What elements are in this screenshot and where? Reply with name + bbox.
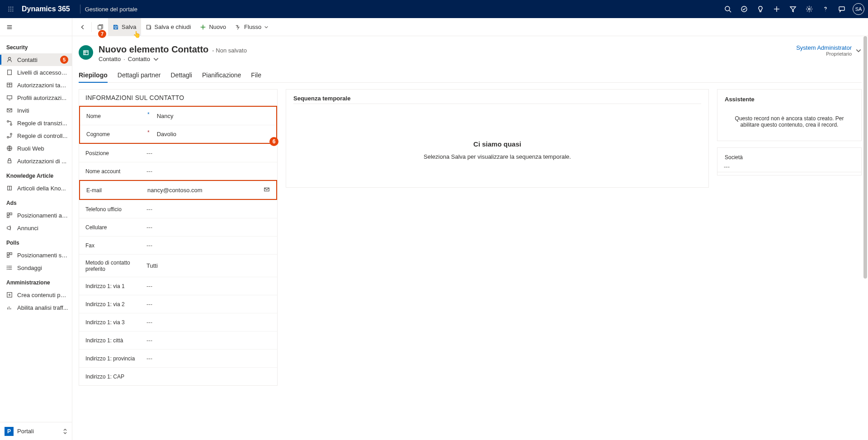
nav-area-switcher[interactable]: P Portali xyxy=(0,422,72,440)
field-citta[interactable]: Indirizzo 1: città--- xyxy=(79,331,277,349)
user-avatar[interactable]: SA xyxy=(853,3,864,15)
nav-item-posiz-ann[interactable]: Posizionamenti an... xyxy=(0,209,72,222)
lightbulb-icon[interactable] xyxy=(753,2,768,16)
bc-entity: Contatto xyxy=(99,56,121,62)
field-value: --- xyxy=(146,150,152,156)
brand-label[interactable]: Dynamics 365 xyxy=(22,5,70,13)
top-header: Dynamics 365 Gestione del portale SA xyxy=(0,0,868,18)
field-value: Nancy xyxy=(157,113,174,119)
nav-item-articoli[interactable]: Articoli della Kno... xyxy=(0,182,72,194)
nav-item-inviti[interactable]: Inviti xyxy=(0,104,72,117)
nav-item-controllo[interactable]: Regole di controll... xyxy=(0,129,72,142)
grid-icon xyxy=(5,212,14,218)
tab-riepilogo[interactable]: Riepilogo xyxy=(79,69,108,82)
search-icon[interactable] xyxy=(721,2,735,16)
nav-item-contatti[interactable]: Contatti 5 xyxy=(0,53,72,66)
field-label: Cellulare xyxy=(85,224,144,231)
task-icon[interactable] xyxy=(737,2,751,16)
nav-item-annunci[interactable]: Annunci xyxy=(0,222,72,234)
field-posizione[interactable]: Posizione --- xyxy=(79,144,277,162)
field-cap[interactable]: Indirizzo 1: CAP xyxy=(79,367,277,385)
field-value: --- xyxy=(146,319,152,326)
svg-line-10 xyxy=(729,10,731,12)
plus-square-icon xyxy=(5,292,14,298)
svg-rect-37 xyxy=(7,253,9,255)
nav-item-transizione[interactable]: Regole di transizi... xyxy=(0,117,72,129)
new-tab-button[interactable]: 7 xyxy=(93,18,108,36)
nav-label: Sondaggi xyxy=(17,265,68,271)
timeline-title: Sequenza temporale xyxy=(293,95,701,102)
nav-item-sondaggi[interactable]: Sondaggi xyxy=(0,261,72,274)
svg-rect-39 xyxy=(7,255,9,257)
new-button[interactable]: Nuovo xyxy=(195,18,231,36)
field-account[interactable]: Nome account --- xyxy=(79,162,277,180)
record-title: Nuovo elemento Contatto xyxy=(99,44,208,55)
flow-icon xyxy=(5,120,14,126)
nav-label: Livelli di accesso a... xyxy=(17,69,68,76)
chat-icon[interactable] xyxy=(835,2,849,16)
svg-rect-53 xyxy=(114,25,116,26)
nav-item-autorizzazioni-di[interactable]: Autorizzazioni di ... xyxy=(0,155,72,167)
area-label: Portali xyxy=(17,428,34,435)
field-metodo[interactable]: Metodo di contatto preferitoTutti xyxy=(79,254,277,277)
back-button[interactable] xyxy=(75,18,90,36)
flow-button[interactable]: Flusso xyxy=(231,18,273,36)
field-via3[interactable]: Indirizzo 1: via 3--- xyxy=(79,313,277,331)
nav-item-profili[interactable]: Profili autorizzazi... xyxy=(0,91,72,104)
save-close-button[interactable]: Salva e chiudi xyxy=(141,18,196,36)
tab-file[interactable]: File xyxy=(251,69,261,82)
list-icon xyxy=(5,265,14,271)
table-icon xyxy=(5,82,14,88)
plus-icon[interactable] xyxy=(769,2,784,16)
nav-label: Autorizzazioni di ... xyxy=(17,158,68,165)
field-fax[interactable]: Fax--- xyxy=(79,236,277,254)
nav-item-posiz-so[interactable]: Posizionamenti so... xyxy=(0,249,72,261)
tab-dettagli[interactable]: Dettagli xyxy=(171,69,192,82)
app-launcher-icon[interactable] xyxy=(4,2,18,16)
field-via2[interactable]: Indirizzo 1: via 2--- xyxy=(79,295,277,313)
field-email[interactable]: E-mail nancy@contoso.com xyxy=(80,181,276,199)
owner-label: Proprietario xyxy=(796,51,852,57)
nav-item-analisi[interactable]: Abilita analisi traff... xyxy=(0,301,72,314)
new-label: Nuovo xyxy=(209,24,226,30)
svg-point-28 xyxy=(7,121,9,123)
form-tabs: Riepilogo Dettagli partner Dettagli Pian… xyxy=(79,65,862,83)
field-provincia[interactable]: Indirizzo 1: provincia--- xyxy=(79,349,277,367)
owner-name[interactable]: System Administrator xyxy=(796,44,852,51)
field-via1[interactable]: Indirizzo 1: via 1--- xyxy=(79,277,277,295)
chevron-down-icon[interactable] xyxy=(855,47,862,54)
nav-item-crea[interactable]: Crea contenuti po... xyxy=(0,289,72,301)
tab-dettagli-partner[interactable]: Dettagli partner xyxy=(118,69,161,82)
command-bar: 7 Salva 👆 Salva e chiudi Nuovo Flusso xyxy=(72,18,868,36)
svg-point-9 xyxy=(725,6,730,11)
field-value: --- xyxy=(146,355,152,362)
mail-action-icon[interactable] xyxy=(264,186,270,194)
tab-pianificazione[interactable]: Pianificazione xyxy=(202,69,241,82)
nav-group-security: Security xyxy=(0,39,72,53)
nav-item-autorizzazioni-tab[interactable]: Autorizzazioni tab... xyxy=(0,79,72,91)
timeline-subtext: Seleziona Salva per visualizzare la sequ… xyxy=(293,153,701,160)
field-cognome[interactable]: Cognome * Davolio xyxy=(80,125,276,143)
field-nome[interactable]: Nome * Nancy xyxy=(80,107,276,125)
help-icon[interactable] xyxy=(818,2,833,16)
save-button[interactable]: Salva 👆 xyxy=(108,18,141,36)
breadcrumb: Contatto · Contatto xyxy=(99,56,796,62)
nav-group-knowledge: Knowledge Article xyxy=(0,167,72,182)
society-value[interactable]: --- xyxy=(717,161,861,172)
megaphone-icon xyxy=(5,225,14,231)
scrollbar[interactable] xyxy=(863,36,867,440)
record-header: Nuovo elemento Contatto - Non salvato Co… xyxy=(79,40,862,63)
society-card: Società --- xyxy=(717,147,862,175)
field-telefono[interactable]: Telefono ufficio--- xyxy=(79,200,277,218)
nav-item-livelli[interactable]: Livelli di accesso a... xyxy=(0,66,72,79)
globe-icon xyxy=(5,145,14,151)
gear-icon[interactable] xyxy=(802,2,816,16)
annotation-box-email: E-mail nancy@contoso.com xyxy=(79,180,277,200)
bc-form[interactable]: Contatto xyxy=(128,56,150,62)
nav-collapse-button[interactable] xyxy=(0,18,72,36)
field-cellulare[interactable]: Cellulare--- xyxy=(79,218,277,236)
field-label: Fax xyxy=(85,242,144,249)
svg-point-14 xyxy=(808,8,810,10)
filter-icon[interactable] xyxy=(786,2,800,16)
nav-item-ruoli[interactable]: Ruoli Web xyxy=(0,142,72,155)
